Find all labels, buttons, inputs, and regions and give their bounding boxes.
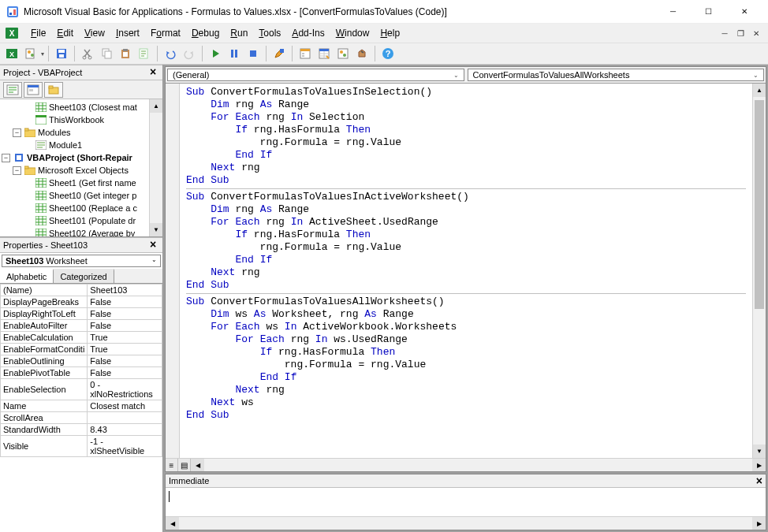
redo-icon[interactable] [181,45,198,62]
property-value[interactable]: True [88,332,162,344]
property-value[interactable]: False [88,355,162,367]
cut-icon[interactable] [79,45,96,62]
property-row[interactable]: EnableCalculationTrue [1,332,162,344]
menu-debug[interactable]: Debug [187,26,224,40]
properties-object-selector[interactable]: Sheet103 Worksheet ⌄ [2,255,161,267]
property-value[interactable]: False [88,296,162,308]
property-row[interactable]: EnableFormatConditiTrue [1,344,162,355]
toolbox-icon[interactable] [353,45,371,62]
property-row[interactable]: Visible-1 - xlSheetVisible [1,436,162,457]
view-excel-icon[interactable]: X [3,45,21,62]
code-margin[interactable] [166,84,180,458]
svg-rect-22 [231,50,233,58]
tree-item[interactable]: Modules [38,128,71,137]
property-row[interactable]: ScrollArea [1,412,162,424]
property-value[interactable]: -1 - xlSheetVisible [88,436,162,457]
property-row[interactable]: EnablePivotTableFalse [1,367,162,379]
tree-item[interactable]: Sheet100 (Replace a c [49,203,137,213]
project-tree[interactable]: Sheet103 (Closest mat ThisWorkbook −Modu… [0,99,162,237]
break-icon[interactable] [226,45,243,62]
view-object-icon[interactable] [24,82,43,98]
property-row[interactable]: (Name)Sheet103 [1,285,162,296]
menu-file[interactable]: File [26,26,50,40]
folder-icon [24,165,36,176]
property-value[interactable]: Sheet103 [88,285,162,296]
tree-item[interactable]: Sheet102 (Average by [49,229,135,237]
menu-insert[interactable]: Insert [111,26,144,40]
procedure-dropdown[interactable]: ConvertFormulasToValuesAllWorksheets⌄ [468,69,765,81]
property-row[interactable]: DisplayRightToLeftFalse [1,308,162,320]
view-code-icon[interactable] [3,82,22,98]
tree-item[interactable]: ThisWorkbook [49,115,104,125]
tree-collapse-icon[interactable]: − [13,166,21,175]
code-hscrollbar[interactable]: ≡ ▤ ◀ ▶ [166,458,766,471]
object-browser-icon[interactable] [334,45,352,62]
mdi-minimize-button[interactable]: ─ [718,26,732,40]
property-value[interactable] [88,412,162,424]
immediate-close-icon[interactable]: × [756,476,762,485]
run-icon[interactable] [207,45,224,62]
excel-icon[interactable]: X [5,26,19,40]
tree-item[interactable]: Sheet103 (Closest mat [49,102,137,112]
property-value[interactable]: 8.43 [88,424,162,436]
menu-run[interactable]: Run [226,26,252,40]
property-row[interactable]: NameClosest match [1,400,162,412]
property-value[interactable]: Closest match [88,400,162,412]
tree-collapse-icon[interactable]: − [2,154,10,162]
property-row[interactable]: DisplayPageBreaksFalse [1,296,162,308]
tab-categorized[interactable]: Categorized [54,269,114,283]
properties-grid[interactable]: (Name)Sheet103DisplayPageBreaksFalseDisp… [0,284,162,532]
undo-icon[interactable] [162,45,179,62]
menu-format[interactable]: Format [146,26,185,40]
minimize-button[interactable]: ─ [655,1,691,23]
property-value[interactable]: True [88,344,162,355]
design-mode-icon[interactable] [270,45,288,62]
object-dropdown[interactable]: (General)⌄ [167,69,464,81]
full-module-view-icon[interactable]: ▤ [178,459,191,471]
toggle-folders-icon[interactable] [44,82,63,98]
tree-collapse-icon[interactable]: − [13,128,21,137]
immediate-input[interactable] [166,488,766,516]
menu-edit[interactable]: Edit [52,26,78,40]
tree-item[interactable]: Module1 [49,140,82,150]
insert-module-icon[interactable] [22,45,39,62]
property-value[interactable]: 0 - xlNoRestrictions [88,379,162,400]
menu-tools[interactable]: Tools [254,26,285,40]
immediate-hscrollbar[interactable]: ◀▶ [166,516,766,530]
property-row[interactable]: EnableOutliningFalse [1,355,162,367]
code-vscrollbar[interactable]: ▲ ▼ [752,84,766,458]
tree-item[interactable]: Sheet1 (Get first name [49,178,136,188]
maximize-button[interactable]: ☐ [691,1,726,23]
tree-item[interactable]: VBAProject (Short-Repair [27,153,132,162]
property-value[interactable]: False [88,308,162,320]
close-button[interactable]: ✕ [726,1,762,23]
project-explorer-close-icon[interactable]: × [147,67,159,78]
code-editor[interactable]: Sub ConvertFormulasToValuesInSelection()… [180,84,752,458]
property-value[interactable]: False [88,367,162,379]
procedure-view-icon[interactable]: ≡ [166,459,178,471]
property-value[interactable]: False [88,320,162,332]
property-row[interactable]: StandardWidth8.43 [1,424,162,436]
mdi-restore-button[interactable]: ❐ [733,26,747,40]
help-icon[interactable]: ? [379,45,397,62]
tree-item[interactable]: Microsoft Excel Objects [38,166,129,175]
tree-item[interactable]: Sheet10 (Get integer p [49,191,136,200]
copy-icon[interactable] [98,45,115,62]
property-row[interactable]: EnableSelection0 - xlNoRestrictions [1,379,162,400]
property-row[interactable]: EnableAutoFilterFalse [1,320,162,332]
menu-window[interactable]: Window [331,26,375,40]
properties-window-icon[interactable] [315,45,333,62]
menu-view[interactable]: View [80,26,110,40]
menu-addins[interactable]: Add-Ins [287,26,329,40]
tree-scrollbar[interactable]: ▲▼ [149,99,162,236]
mdi-close-button[interactable]: ✕ [749,26,763,40]
tab-alphabetic[interactable]: Alphabetic [0,269,54,283]
save-icon[interactable] [53,45,70,62]
reset-icon[interactable] [244,45,262,62]
tree-item[interactable]: Sheet101 (Populate dr [49,216,136,225]
find-icon[interactable] [136,45,153,62]
paste-icon[interactable] [117,45,134,62]
menu-help[interactable]: Help [375,26,405,40]
properties-close-icon[interactable]: × [147,240,159,251]
project-explorer-icon[interactable] [296,45,314,62]
